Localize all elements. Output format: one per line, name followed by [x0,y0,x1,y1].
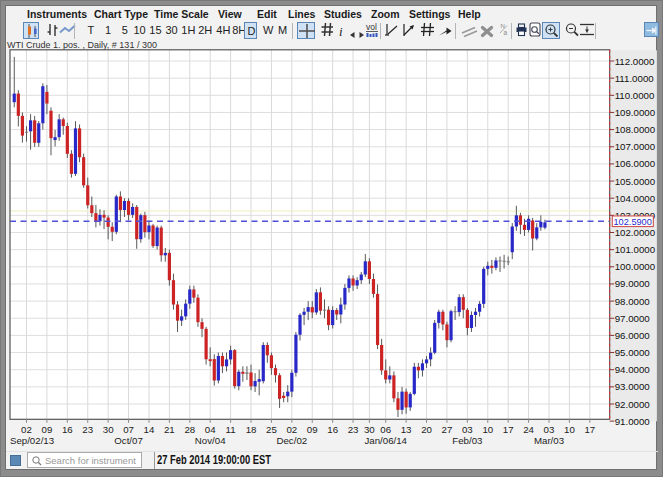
svg-text:92.0000: 92.0000 [615,399,651,410]
svg-text:101.0000: 101.0000 [615,244,656,255]
svg-text:18: 18 [246,424,257,435]
svg-text:28: 28 [184,424,195,435]
svg-text:16: 16 [62,424,73,435]
svg-text:24: 24 [523,424,534,435]
svg-text:09: 09 [42,424,53,435]
svg-text:Sep/02/13: Sep/02/13 [10,435,54,446]
svg-text:23: 23 [348,424,359,435]
svg-text:106.0000: 106.0000 [615,158,656,169]
svg-text:25: 25 [266,424,277,435]
svg-text:95.0000: 95.0000 [615,347,651,358]
svg-text:Feb/03: Feb/03 [452,435,482,446]
svg-text:93.0000: 93.0000 [615,381,651,392]
svg-text:112.0000: 112.0000 [615,56,655,67]
svg-text:02: 02 [21,424,32,435]
svg-text:10: 10 [564,424,575,435]
svg-text:03: 03 [462,424,473,435]
svg-text:27: 27 [442,424,453,435]
svg-text:97.0000: 97.0000 [615,313,651,324]
svg-text:11: 11 [226,424,236,435]
svg-text:16: 16 [327,424,338,435]
svg-text:09: 09 [307,424,318,435]
svg-text:07: 07 [123,424,134,435]
svg-text:Nov/04: Nov/04 [195,435,226,446]
svg-text:30: 30 [103,424,114,435]
svg-text:02: 02 [286,424,297,435]
svg-text:110.0000: 110.0000 [615,90,655,101]
svg-text:20: 20 [421,424,432,435]
svg-text:Mar/03: Mar/03 [534,435,564,446]
svg-text:108.0000: 108.0000 [615,124,656,135]
svg-text:21: 21 [164,424,175,435]
svg-text:06: 06 [380,424,391,435]
svg-text:98.0000: 98.0000 [615,296,651,307]
svg-text:17: 17 [503,424,514,435]
svg-text:91.0000: 91.0000 [615,416,651,427]
svg-text:Oct/07: Oct/07 [114,435,143,446]
svg-text:102.0000: 102.0000 [615,227,656,238]
svg-text:04: 04 [205,424,216,435]
svg-text:Jan/06/14: Jan/06/14 [364,435,407,446]
svg-text:107.0000: 107.0000 [615,141,656,152]
svg-text:100.0000: 100.0000 [615,261,656,272]
svg-text:94.0000: 94.0000 [615,364,651,375]
svg-text:104.0000: 104.0000 [615,193,656,204]
svg-text:Dec/02: Dec/02 [276,435,307,446]
svg-text:105.0000: 105.0000 [615,176,656,187]
svg-text:14: 14 [144,424,155,435]
svg-text:30: 30 [364,424,375,435]
svg-text:109.0000: 109.0000 [615,107,656,118]
svg-text:17: 17 [584,424,595,435]
svg-text:10: 10 [482,424,493,435]
svg-text:96.0000: 96.0000 [615,330,651,341]
svg-text:13: 13 [401,424,412,435]
svg-text:102.5900: 102.5900 [614,217,652,227]
svg-text:03: 03 [544,424,555,435]
svg-text:99.0000: 99.0000 [615,278,651,289]
svg-text:111.0000: 111.0000 [615,73,655,84]
svg-text:23: 23 [82,424,93,435]
